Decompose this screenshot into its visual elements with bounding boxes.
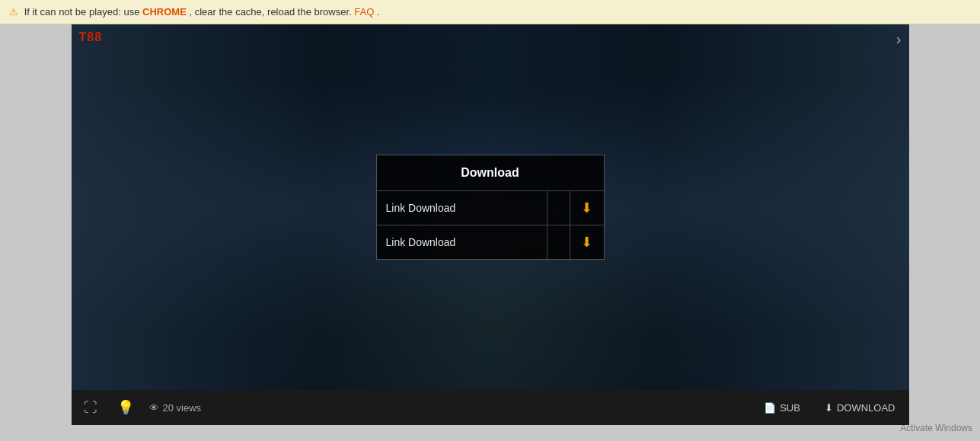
warning-text-middle: , clear the cache, reload the browser. xyxy=(189,6,351,18)
bulb-icon: 💡 xyxy=(117,399,134,416)
download-row-1: Link Download ⬇ xyxy=(377,191,604,225)
next-arrow[interactable]: › xyxy=(896,30,902,48)
download-link-label-2[interactable]: Link Download xyxy=(377,225,547,259)
bottom-bar: ⛶ 💡 👁 20 views 📄 SUB ⬇ DOWNLOAD xyxy=(72,390,909,425)
fullscreen-icon: ⛶ xyxy=(84,400,97,416)
player-wrapper: T88 › Download Link Download ⬇ Link Down… xyxy=(72,24,909,425)
download-btn-label: DOWNLOAD xyxy=(837,402,895,414)
download-modal: Download Link Download ⬇ Link Download ⬇ xyxy=(376,155,605,260)
warning-text-end: . xyxy=(377,6,380,18)
warning-icon: ⚠ xyxy=(9,6,18,18)
eye-icon: 👁 xyxy=(149,402,159,414)
warning-bar: ⚠ If it can not be played: use CHROME , … xyxy=(0,0,980,24)
download-arrow-icon-1: ⬇ xyxy=(581,200,592,216)
sub-icon: 📄 xyxy=(764,402,776,414)
download-link-label-1[interactable]: Link Download xyxy=(377,191,547,225)
sub-label: SUB xyxy=(780,402,800,414)
views-count: 20 views xyxy=(163,402,202,414)
fullscreen-button[interactable]: ⛶ xyxy=(79,396,102,419)
download-icon-btn-1[interactable]: ⬇ xyxy=(570,191,604,225)
download-modal-title: Download xyxy=(377,155,604,191)
faq-link[interactable]: FAQ xyxy=(354,6,374,18)
sub-button[interactable]: 📄 SUB xyxy=(758,399,806,417)
views-label: 👁 20 views xyxy=(149,402,202,414)
download-arrow-icon-2: ⬇ xyxy=(581,234,592,251)
player-logo: T88 xyxy=(79,30,103,44)
download-empty-cell-2 xyxy=(547,225,570,259)
bulb-button[interactable]: 💡 xyxy=(114,396,137,419)
activate-windows-watermark: Activate Windows xyxy=(900,423,972,433)
download-row-2: Link Download ⬇ xyxy=(377,225,604,259)
chrome-link[interactable]: CHROME xyxy=(142,6,187,18)
download-icon-btn-2[interactable]: ⬇ xyxy=(570,225,604,259)
download-empty-cell-1 xyxy=(547,191,570,225)
player-area[interactable]: T88 › Download Link Download ⬇ Link Down… xyxy=(72,24,909,390)
download-button[interactable]: ⬇ DOWNLOAD xyxy=(819,399,902,417)
download-btn-icon: ⬇ xyxy=(825,402,833,414)
warning-text-before: If it can not be played: use xyxy=(24,6,140,18)
